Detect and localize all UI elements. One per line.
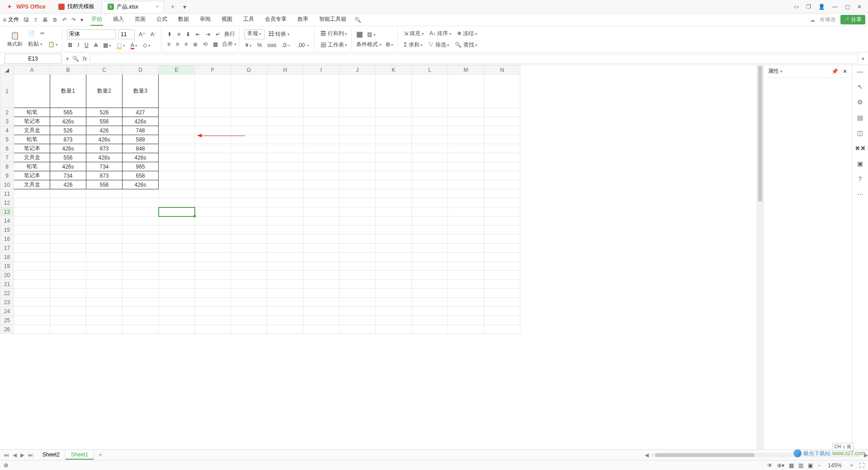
- cell-L13[interactable]: [412, 207, 448, 216]
- cell-J22[interactable]: [340, 289, 376, 298]
- first-sheet-icon[interactable]: ⏮: [4, 452, 9, 458]
- cell-M1[interactable]: [448, 75, 484, 108]
- cell-J15[interactable]: [340, 226, 376, 235]
- vertical-scrollbar[interactable]: [757, 65, 763, 449]
- cell-J3[interactable]: [340, 117, 376, 126]
- inc-decimal-button[interactable]: .0←: [281, 41, 293, 49]
- col-header-J[interactable]: J: [340, 66, 376, 75]
- cell-I20[interactable]: [303, 271, 340, 280]
- expand-formula-icon[interactable]: ▾: [862, 56, 864, 62]
- cell-F22[interactable]: [195, 289, 231, 298]
- cell-M22[interactable]: [448, 289, 484, 298]
- cell-H20[interactable]: [267, 271, 303, 280]
- cell-M25[interactable]: [448, 316, 484, 325]
- cell-B13[interactable]: [50, 207, 86, 216]
- cell-D4[interactable]: 748: [123, 126, 159, 135]
- col-header-G[interactable]: G: [231, 66, 267, 75]
- cell-G14[interactable]: [231, 216, 267, 226]
- page-layout-icon[interactable]: ▥: [798, 462, 803, 469]
- cell-L19[interactable]: [412, 262, 448, 271]
- cell-B8[interactable]: 426s: [50, 162, 86, 171]
- cell-B18[interactable]: [50, 253, 86, 262]
- add-sheet-button[interactable]: ＋: [94, 451, 107, 459]
- cloud-sync-icon[interactable]: ☁: [810, 17, 815, 23]
- cell-I13[interactable]: [303, 207, 340, 216]
- row-header-6[interactable]: 6: [0, 144, 14, 153]
- menu-tab-10[interactable]: 智能工具箱: [318, 14, 347, 26]
- cell-E21[interactable]: [159, 280, 195, 289]
- cell-I22[interactable]: [303, 289, 340, 298]
- pin-icon[interactable]: 📌: [831, 68, 838, 75]
- cell-H11[interactable]: [267, 189, 303, 198]
- cell-I6[interactable]: [303, 144, 340, 153]
- cell-M9[interactable]: [448, 171, 484, 180]
- cell-I17[interactable]: [303, 244, 340, 253]
- row-header-13[interactable]: 13: [0, 207, 14, 216]
- row-header-5[interactable]: 5: [0, 135, 14, 144]
- cell-M17[interactable]: [448, 244, 484, 253]
- row-header-7[interactable]: 7: [0, 153, 14, 162]
- cell-M18[interactable]: [448, 253, 484, 262]
- cell-E23[interactable]: [159, 298, 195, 307]
- cell-L15[interactable]: [412, 226, 448, 235]
- cell-K2[interactable]: [376, 108, 412, 117]
- tab-menu-dropdown[interactable]: ▾: [179, 3, 190, 10]
- hscroll-left-icon[interactable]: ◀: [645, 452, 649, 458]
- cell-A2[interactable]: 铅笔: [14, 108, 50, 117]
- cell-N23[interactable]: [484, 298, 520, 307]
- row-header-18[interactable]: 18: [0, 253, 14, 262]
- col-header-B[interactable]: B: [50, 66, 86, 75]
- cell-N15[interactable]: [484, 226, 520, 235]
- cell-B9[interactable]: 734: [50, 171, 86, 180]
- search-icon[interactable]: 🔍: [354, 17, 361, 23]
- cell-I19[interactable]: [303, 262, 340, 271]
- cell-D23[interactable]: [123, 298, 159, 307]
- table-style-button[interactable]: ▦: [356, 30, 363, 38]
- cell-K22[interactable]: [376, 289, 412, 298]
- cell-K3[interactable]: [376, 117, 412, 126]
- cell-N11[interactable]: [484, 189, 520, 198]
- row-header-25[interactable]: 25: [0, 316, 14, 325]
- cell-D25[interactable]: [123, 316, 159, 325]
- col-header-A[interactable]: A: [14, 66, 50, 75]
- menu-tab-6[interactable]: 视图: [221, 14, 233, 26]
- cell-D9[interactable]: 658: [123, 171, 159, 180]
- tools-rail-icon[interactable]: ✖✖: [855, 145, 866, 152]
- cell-A20[interactable]: [14, 271, 50, 280]
- cell-B17[interactable]: [50, 244, 86, 253]
- cell-E6[interactable]: [159, 144, 195, 153]
- cell-F23[interactable]: [195, 298, 231, 307]
- cell-H25[interactable]: [267, 316, 303, 325]
- cell-L10[interactable]: [412, 180, 448, 189]
- row-header-15[interactable]: 15: [0, 226, 14, 235]
- cell-E19[interactable]: [159, 262, 195, 271]
- cell-G26[interactable]: [231, 325, 267, 334]
- cell-K25[interactable]: [376, 316, 412, 325]
- cell-G23[interactable]: [231, 298, 267, 307]
- cell-G20[interactable]: [231, 271, 267, 280]
- cell-I24[interactable]: [303, 307, 340, 316]
- app-tab[interactable]: ✦ WPS Office: [2, 1, 51, 13]
- cell-E2[interactable]: [159, 108, 195, 117]
- minimize-button[interactable]: —: [832, 4, 838, 10]
- cell-L20[interactable]: [412, 271, 448, 280]
- help-rail-icon[interactable]: ?: [859, 175, 862, 183]
- cell-G16[interactable]: [231, 235, 267, 244]
- cell-J18[interactable]: [340, 253, 376, 262]
- cell-E12[interactable]: [159, 198, 195, 207]
- cell-L1[interactable]: [412, 75, 448, 108]
- cell-C1[interactable]: 数量2: [86, 75, 123, 108]
- cell-N19[interactable]: [484, 262, 520, 271]
- reader-mode-icon[interactable]: ▭: [794, 4, 799, 10]
- align-middle-button[interactable]: ≡: [176, 30, 182, 38]
- cell-C17[interactable]: [86, 244, 123, 253]
- format-as-table-button[interactable]: ⊞: [384, 40, 395, 48]
- cell-M16[interactable]: [448, 235, 484, 244]
- align-right-button[interactable]: ≡: [183, 40, 189, 48]
- cell-H7[interactable]: [267, 153, 303, 162]
- align-left-button[interactable]: ≡: [166, 40, 172, 48]
- more-rail-icon[interactable]: ⋯: [857, 191, 863, 198]
- cell-K24[interactable]: [376, 307, 412, 316]
- row-header-4[interactable]: 4: [0, 126, 14, 135]
- cell-L11[interactable]: [412, 189, 448, 198]
